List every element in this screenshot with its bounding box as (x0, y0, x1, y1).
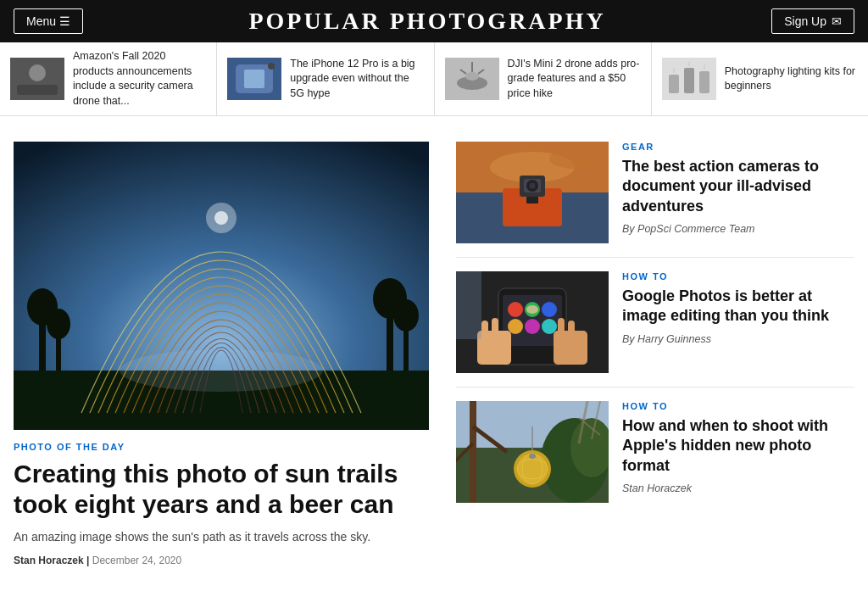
ticker-text-2: DJI's Mini 2 drone adds pro-grade featur… (508, 57, 641, 102)
article-author-1: By Harry Guinness (622, 333, 854, 345)
article-item-1[interactable]: HOW TO Google Photos is better at image … (456, 258, 854, 387)
articles-list: GEAR The best action cameras to document… (456, 142, 854, 566)
article-thumb-1 (456, 271, 609, 373)
main-content: PHOTO OF THE DAY Creating this photo of … (0, 116, 868, 583)
article-item-0[interactable]: GEAR The best action cameras to document… (456, 142, 854, 258)
svg-rect-15 (684, 68, 694, 93)
svg-point-53 (542, 319, 557, 334)
article-author-2: Stan Horaczek (622, 482, 854, 494)
ticker-text-0: Amazon's Fall 2020 products announcement… (73, 49, 206, 109)
article-category-0: GEAR (622, 142, 854, 152)
article-title-1: Google Photos is better at image editing… (622, 287, 854, 326)
svg-point-38 (549, 148, 600, 169)
signup-label: Sign Up (784, 14, 826, 28)
article-thumb-0 (456, 142, 609, 243)
ticker-bar: Amazon's Fall 2020 products announcement… (0, 42, 868, 116)
svg-rect-57 (481, 321, 488, 337)
ticker-text-1: The iPhone 12 Pro is a big upgrade even … (290, 57, 423, 102)
svg-point-48 (508, 302, 523, 317)
site-header: Menu ☰ POPULAR PHOTOGRAPHY Sign Up ✉ (0, 0, 868, 42)
svg-point-33 (393, 299, 419, 332)
svg-point-43 (530, 183, 536, 189)
svg-point-24 (214, 211, 228, 225)
ticker-text-3: Photography lighting kits for beginners (725, 64, 858, 94)
article-meta-0: GEAR The best action cameras to document… (622, 142, 854, 243)
article-category-1: HOW TO (622, 271, 854, 282)
svg-rect-2 (17, 85, 58, 95)
ticker-item-3[interactable]: Photography lighting kits for beginners (652, 42, 868, 115)
svg-point-54 (526, 305, 538, 314)
feature-byline: Stan Horaczek | December 24, 2020 (14, 555, 429, 566)
article-thumb-2 (456, 401, 609, 503)
ticker-thumb-2 (445, 58, 499, 100)
svg-point-25 (120, 349, 323, 392)
feature-date: December 24, 2020 (92, 555, 181, 566)
article-meta-2: HOW TO How and when to shoot with Apple'… (622, 401, 854, 503)
svg-rect-59 (558, 318, 565, 337)
svg-point-1 (29, 64, 46, 81)
article-item-2[interactable]: HOW TO How and when to shoot with Apple'… (456, 387, 854, 516)
ticker-item-2[interactable]: DJI's Mini 2 drone adds pro-grade featur… (435, 42, 652, 115)
svg-point-29 (47, 309, 70, 339)
svg-point-50 (542, 302, 557, 317)
feature-image (14, 142, 429, 430)
svg-rect-5 (244, 70, 264, 88)
ticker-item-1[interactable]: The iPhone 12 Pro is a big upgrade even … (217, 42, 434, 115)
feature-title: Creating this photo of sun trails took e… (14, 459, 429, 520)
svg-rect-16 (699, 71, 709, 93)
svg-point-74 (529, 454, 536, 459)
ticker-thumb-1 (227, 58, 281, 100)
feature-description: An amazing image shows the sun's path as… (14, 528, 429, 546)
feature-label: PHOTO OF THE DAY (14, 442, 429, 452)
hamburger-icon: ☰ (59, 14, 70, 28)
envelope-icon: ✉ (832, 14, 842, 28)
article-category-2: HOW TO (622, 401, 854, 411)
svg-point-51 (508, 319, 523, 334)
svg-point-9 (465, 72, 479, 81)
ticker-item-0[interactable]: Amazon's Fall 2020 products announcement… (0, 42, 217, 115)
article-meta-1: HOW TO Google Photos is better at image … (622, 271, 854, 373)
menu-button[interactable]: Menu ☰ (14, 8, 83, 34)
ticker-thumb-0 (10, 58, 64, 100)
svg-rect-44 (526, 197, 538, 204)
svg-rect-14 (669, 75, 679, 93)
site-logo[interactable]: POPULAR PHOTOGRAPHY (248, 8, 605, 35)
svg-rect-61 (456, 271, 481, 339)
article-title-2: How and when to shoot with Apple's hidde… (622, 416, 854, 476)
svg-rect-60 (568, 321, 575, 337)
feature-article[interactable]: PHOTO OF THE DAY Creating this photo of … (14, 142, 429, 566)
menu-label: Menu (26, 14, 56, 28)
svg-rect-58 (492, 318, 498, 337)
svg-point-6 (268, 63, 275, 70)
article-title-0: The best action cameras to document your… (622, 157, 854, 216)
ticker-thumb-3 (662, 58, 716, 100)
svg-point-52 (525, 319, 540, 334)
signup-button[interactable]: Sign Up ✉ (771, 8, 854, 34)
article-author-0: By PopSci Commerce Team (622, 223, 854, 235)
feature-author: Stan Horaczek (14, 555, 84, 566)
